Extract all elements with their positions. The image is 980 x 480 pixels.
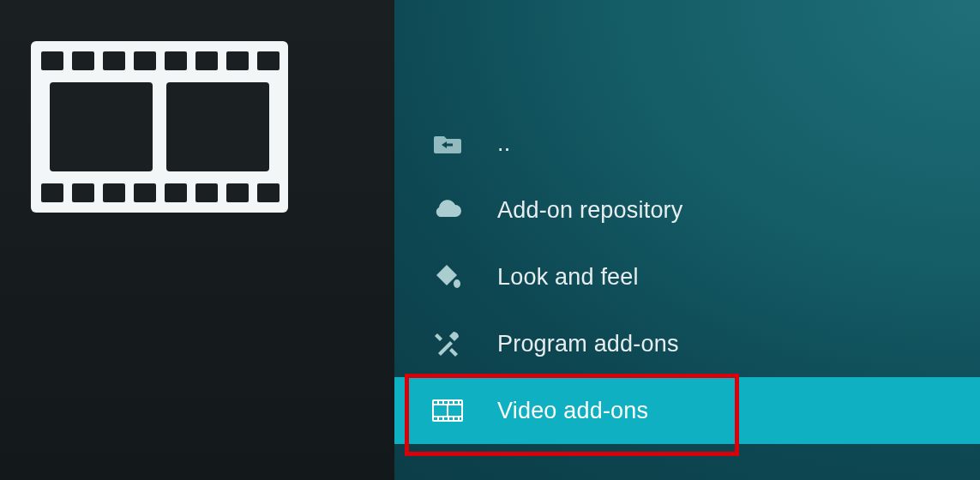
svg-rect-2 (72, 51, 94, 70)
svg-rect-14 (195, 183, 218, 202)
category-list: .. Add-on repository Look and feel (394, 110, 980, 444)
svg-rect-3 (103, 51, 125, 70)
svg-rect-10 (72, 183, 94, 202)
cloud-icon (432, 195, 463, 225)
list-item-parent[interactable]: .. (394, 110, 980, 177)
list-item-label: Program add-ons (497, 331, 679, 357)
list-item-program-addons[interactable]: Program add-ons (394, 310, 980, 377)
svg-rect-15 (226, 183, 249, 202)
svg-rect-9 (41, 183, 63, 202)
svg-rect-13 (165, 183, 187, 202)
list-item-label: Add-on repository (497, 197, 683, 224)
svg-rect-7 (226, 51, 249, 70)
svg-rect-8 (257, 51, 280, 70)
list-item-addon-repository[interactable]: Add-on repository (394, 177, 980, 243)
tools-icon (432, 328, 463, 359)
film-small-icon (432, 395, 463, 426)
svg-point-19 (454, 279, 460, 288)
film-icon (31, 41, 394, 213)
main-panel: .. Add-on repository Look and feel (394, 0, 980, 480)
svg-rect-1 (41, 51, 63, 70)
svg-rect-18 (166, 82, 269, 171)
list-item-label: Look and feel (497, 264, 639, 291)
svg-rect-12 (134, 183, 156, 202)
svg-rect-17 (50, 82, 153, 171)
sidebar (0, 0, 394, 480)
svg-rect-5 (165, 51, 187, 70)
svg-rect-6 (195, 51, 218, 70)
list-item-label: .. (497, 130, 510, 157)
list-item-video-addons[interactable]: Video add-ons (394, 377, 980, 444)
list-item-label: Video add-ons (497, 398, 648, 424)
svg-rect-4 (134, 51, 156, 70)
paint-bucket-icon (432, 261, 463, 292)
folder-back-icon (432, 128, 463, 159)
svg-rect-16 (257, 183, 280, 202)
list-item-look-and-feel[interactable]: Look and feel (394, 243, 980, 310)
svg-rect-11 (103, 183, 125, 202)
